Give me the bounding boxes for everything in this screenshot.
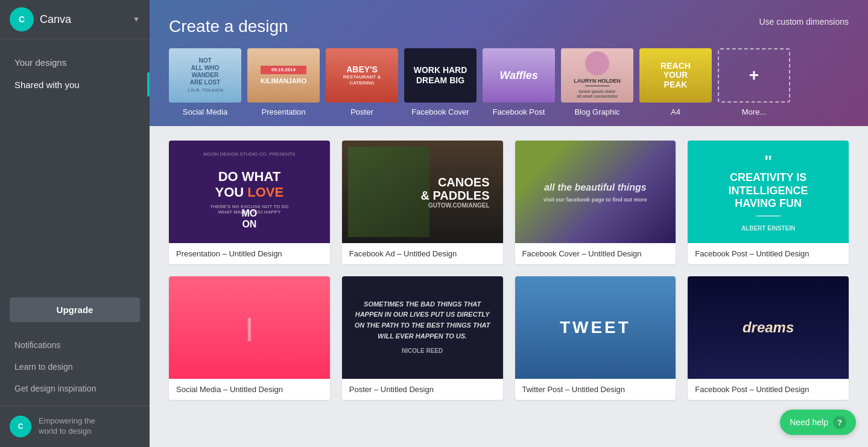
design-type-presentation[interactable]: 09.19.2014 KILIMANJARO Presentation [247, 48, 320, 116]
sidebar: C Canva ▼ Your designs Shared with you U… [0, 0, 150, 447]
sidebar-footer: C Empowering the world to design [0, 405, 150, 447]
page-title: Create a design [169, 17, 849, 36]
facebook-cover-label: Facebook Cover [411, 107, 469, 116]
sidebar-item-your-designs[interactable]: Your designs [0, 51, 150, 74]
design-card-tweet[interactable]: TWEET Twitter Post – Untitled Design [515, 276, 676, 400]
footer-text: Empowering the world to design [39, 416, 95, 437]
design-type-blog-graphic[interactable]: LAURYN HOLDEN ━━━━━━━━━━lorem ipsum dolo… [561, 48, 633, 116]
more-thumb: + [718, 48, 790, 103]
sidebar-nav: Your designs Shared with you [0, 39, 150, 285]
top-banner: Create a design Use custom dimensions NO… [150, 0, 868, 126]
design-type-facebook-post[interactable]: Waffles Facebook Post [483, 48, 555, 116]
sidebar-header: C Canva ▼ [0, 0, 150, 39]
social-media-thumb: NOTALL WHOWANDERARE LOSTJ.R.R. TOLKIEN [169, 48, 241, 103]
dark-quote-card-label: Poster – Untitled Design [342, 379, 503, 400]
poster-thumb: ABEY'S RESTAURANT &CATERING [326, 48, 398, 103]
design-type-a4[interactable]: REACHYOURPEAK A4 [639, 48, 712, 116]
pink-card-thumb: | [169, 276, 330, 379]
brand-name: Canva [40, 13, 127, 26]
custom-dimensions-button[interactable]: Use custom dimensions [759, 17, 849, 27]
help-icon: ? [833, 416, 846, 429]
a4-thumb: REACHYOURPEAK [639, 48, 712, 103]
designs-area: MOON DESIGN STUDIO CO. PRESENTS DO WHATY… [150, 126, 868, 447]
dreams-card-thumb: dreams [688, 276, 849, 379]
canva-logo: C [10, 7, 34, 31]
sidebar-item-shared-with-you[interactable]: Shared with you [0, 74, 150, 96]
design-card-facebook-post[interactable]: " CREATIVITY ISINTELLIGENCEHAVING FUN AL… [688, 141, 849, 264]
tweet-card-label: Twitter Post – Untitled Design [515, 379, 676, 400]
design-type-social-media[interactable]: NOTALL WHOWANDERARE LOSTJ.R.R. TOLKIEN S… [169, 48, 241, 116]
tweet-card-thumb: TWEET [515, 276, 676, 379]
presentation-label: Presentation [262, 107, 306, 116]
facebook-post-card-thumb: " CREATIVITY ISINTELLIGENCEHAVING FUN AL… [688, 141, 849, 243]
design-card-dark-quote[interactable]: SOMETIMES THE BAD THINGS THAT HAPPEN IN … [342, 276, 503, 400]
poster-label: Poster [350, 107, 373, 116]
facebook-cover-card-thumb: all the beautiful things visit our faceb… [515, 141, 676, 243]
design-types-row: NOTALL WHOWANDERARE LOSTJ.R.R. TOLKIEN S… [169, 48, 849, 126]
design-card-dreams[interactable]: dreams Facebook Post – Untitled Design [688, 276, 849, 400]
footer-canva-logo: C [10, 416, 31, 437]
presentation-card-thumb: MOON DESIGN STUDIO CO. PRESENTS DO WHATY… [169, 141, 330, 243]
a4-label: A4 [671, 107, 680, 116]
dreams-card-label: Facebook Post – Untitled Design [688, 379, 849, 400]
facebook-cover-thumb: WORK HARDDREAM BIG [404, 48, 477, 103]
blog-graphic-label: Blog Graphic [574, 107, 619, 116]
need-help-button[interactable]: Need help ? [780, 410, 856, 435]
sidebar-bottom-links: Notifications Learn to design Get design… [0, 334, 150, 405]
design-card-pink[interactable]: | Social Media – Untitled Design [169, 276, 330, 400]
sidebar-item-learn-to-design[interactable]: Learn to design [0, 356, 150, 378]
design-card-presentation[interactable]: MOON DESIGN STUDIO CO. PRESENTS DO WHATY… [169, 141, 330, 264]
dark-quote-card-thumb: SOMETIMES THE BAD THINGS THAT HAPPEN IN … [342, 276, 503, 379]
design-type-poster[interactable]: ABEY'S RESTAURANT &CATERING Poster [326, 48, 398, 116]
presentation-card-label: Presentation – Untitled Design [169, 243, 330, 264]
social-media-label: Social Media [183, 107, 227, 116]
facebook-cover-card-label: Facebook Cover – Untitled Design [515, 243, 676, 264]
more-label: More... [742, 107, 766, 116]
pink-card-label: Social Media – Untitled Design [169, 379, 330, 400]
facebook-ad-card-thumb: CANOES& PADDLES GUTOW.COM/ANGEL [342, 141, 503, 243]
main-content: Create a design Use custom dimensions NO… [150, 0, 868, 447]
design-card-facebook-ad[interactable]: CANOES& PADDLES GUTOW.COM/ANGEL Facebook… [342, 141, 503, 264]
facebook-post-card-label: Facebook Post – Untitled Design [688, 243, 849, 264]
presentation-thumb: 09.19.2014 KILIMANJARO [247, 48, 320, 103]
sidebar-item-get-design-inspiration[interactable]: Get design inspiration [0, 378, 150, 399]
facebook-post-label: Facebook Post [493, 107, 545, 116]
designs-grid: MOON DESIGN STUDIO CO. PRESENTS DO WHATY… [169, 141, 849, 400]
chevron-down-icon[interactable]: ▼ [133, 15, 140, 24]
facebook-ad-card-label: Facebook Ad – Untitled Design [342, 243, 503, 264]
need-help-label: Need help [790, 417, 828, 427]
facebook-post-thumb: Waffles [483, 48, 555, 103]
design-type-facebook-cover[interactable]: WORK HARDDREAM BIG Facebook Cover [404, 48, 477, 116]
design-type-more[interactable]: + More... [718, 48, 790, 116]
sidebar-item-notifications[interactable]: Notifications [0, 334, 150, 356]
blog-graphic-thumb: LAURYN HOLDEN ━━━━━━━━━━lorem ipsum dolo… [561, 48, 633, 103]
upgrade-button[interactable]: Upgrade [10, 297, 140, 322]
design-card-facebook-cover[interactable]: all the beautiful things visit our faceb… [515, 141, 676, 264]
